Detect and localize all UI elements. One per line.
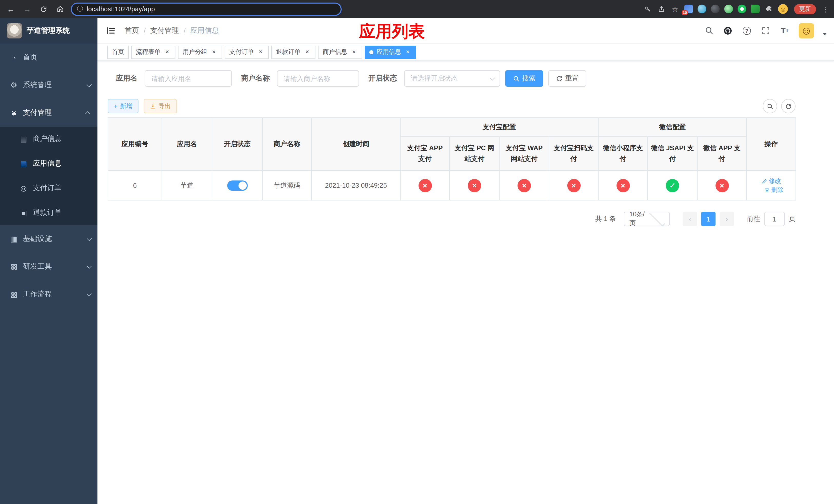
export-button[interactable]: 导出 bbox=[144, 99, 177, 113]
sidebar-item-workflow[interactable]: ▩ 工作流程 bbox=[0, 280, 97, 308]
browser-reload-icon[interactable] bbox=[38, 3, 49, 15]
app-logo-row[interactable]: 芋道管理系统 bbox=[0, 18, 97, 44]
tab-payment-orders[interactable]: 支付订单× bbox=[225, 45, 269, 59]
toggle-search-button[interactable] bbox=[763, 99, 777, 113]
next-page-button[interactable]: › bbox=[720, 212, 734, 226]
chevron-down-icon bbox=[87, 291, 92, 296]
refresh-button[interactable] bbox=[781, 99, 795, 113]
sidebar-item-dev-tools[interactable]: ▩ 研发工具 bbox=[0, 253, 97, 280]
tab-close-icon[interactable]: × bbox=[210, 48, 218, 55]
goto-unit: 页 bbox=[789, 214, 795, 224]
search-form: 应用名 商户名称 开启状态 请选择开启状态 bbox=[116, 70, 795, 87]
browser-profile-avatar[interactable]: ☺ bbox=[778, 4, 788, 14]
payment-submenu: ▤ 商户信息 ▦ 应用信息 ◎ 支付订单 ▣ 退款订单 bbox=[0, 127, 97, 225]
site-info-icon[interactable]: ⓘ bbox=[77, 5, 83, 13]
sidebar-item-app-info[interactable]: ▦ 应用信息 bbox=[0, 151, 97, 176]
tab-home[interactable]: 首页 bbox=[107, 45, 129, 59]
bookmark-star-icon[interactable]: ☆ bbox=[671, 4, 680, 14]
monitor-icon: ▥ bbox=[10, 234, 18, 244]
grid-icon: ▦ bbox=[20, 159, 28, 168]
col-app-id: 应用编号 bbox=[108, 118, 162, 170]
extension-icon[interactable] bbox=[711, 5, 720, 13]
browser-toolbar: ← → ⓘ localhost:1024/pay/app ☆ 10 bbox=[0, 0, 834, 18]
status-toggle[interactable] bbox=[227, 180, 247, 190]
yen-icon: ¥ bbox=[10, 109, 18, 117]
tab-close-icon[interactable]: × bbox=[404, 48, 411, 55]
search-icon[interactable] bbox=[704, 25, 714, 36]
breadcrumb-payment[interactable]: 支付管理 bbox=[150, 26, 179, 35]
chevron-down-icon bbox=[87, 82, 92, 87]
url-text: localhost:1024/pay/app bbox=[87, 5, 155, 13]
sidebar: 芋道管理系统 ◔ 首页 ⚙ 系统管理 ¥ 支付管理 bbox=[0, 18, 97, 504]
browser-back-icon[interactable]: ← bbox=[5, 3, 16, 15]
tab-user-group[interactable]: 用户分组× bbox=[178, 45, 222, 59]
alipay-app-status-icon: × bbox=[418, 179, 432, 192]
share-icon[interactable] bbox=[657, 4, 666, 14]
goto-page-input[interactable] bbox=[764, 212, 785, 226]
sidebar-item-home[interactable]: ◔ 首页 bbox=[0, 44, 97, 71]
browser-update-button[interactable]: 更新 bbox=[794, 4, 816, 14]
avatar-caret-icon[interactable] bbox=[823, 33, 827, 36]
tab-close-icon[interactable]: × bbox=[304, 48, 311, 55]
status-select[interactable]: 请选择开启状态 bbox=[404, 70, 500, 87]
extension-icon[interactable] bbox=[724, 5, 733, 13]
sidebar-item-infrastructure[interactable]: ▥ 基础设施 bbox=[0, 225, 97, 253]
col-created: 创建时间 bbox=[312, 118, 400, 170]
sidebar-item-refund-orders[interactable]: ▣ 退款订单 bbox=[0, 201, 97, 225]
app-name-input[interactable] bbox=[145, 70, 232, 87]
sidebar-item-system-management[interactable]: ⚙ 系统管理 bbox=[0, 71, 97, 99]
tab-refund-orders[interactable]: 退款订单× bbox=[271, 45, 315, 59]
trash-icon bbox=[764, 187, 770, 192]
sidebar-collapse-icon[interactable] bbox=[105, 25, 116, 36]
user-avatar[interactable]: ☺ bbox=[798, 23, 814, 38]
tab-close-icon[interactable]: × bbox=[257, 48, 264, 55]
pagination-total: 共 1 条 bbox=[595, 214, 616, 224]
reset-button[interactable]: 重置 bbox=[548, 70, 586, 87]
cell-created: 2021-10-23 08:49:25 bbox=[312, 170, 400, 200]
breadcrumb-home[interactable]: 首页 bbox=[125, 26, 139, 35]
browser-forward-icon[interactable]: → bbox=[22, 3, 33, 15]
alipay-pc-status-icon: × bbox=[468, 179, 481, 192]
app-logo bbox=[7, 23, 22, 39]
prev-page-button[interactable]: ‹ bbox=[683, 212, 697, 226]
wechat-mini-status-icon: × bbox=[616, 179, 630, 192]
status-label: 开启状态 bbox=[368, 74, 397, 83]
tab-process-form[interactable]: 流程表单× bbox=[131, 45, 175, 59]
merchant-name-input[interactable] bbox=[277, 70, 359, 87]
page-size-select[interactable]: 10条/页 bbox=[624, 212, 670, 226]
sidebar-item-payment-orders[interactable]: ◎ 支付订单 bbox=[0, 176, 97, 201]
pagination: 共 1 条 10条/页 ‹ 1 › 前往 页 bbox=[108, 212, 795, 226]
extension-icon[interactable] bbox=[698, 5, 706, 13]
tab-close-icon[interactable]: × bbox=[350, 48, 357, 55]
add-button[interactable]: + 新增 bbox=[108, 99, 138, 113]
cell-app-id: 6 bbox=[108, 170, 162, 200]
delete-button[interactable]: 删除 bbox=[764, 185, 784, 194]
col-alipay-wap: 支付宝 WAP 网站支付 bbox=[499, 137, 549, 170]
extension-icon[interactable] bbox=[751, 5, 760, 13]
toolbox-icon: ▩ bbox=[10, 262, 18, 271]
url-bar[interactable]: ⓘ localhost:1024/pay/app bbox=[71, 2, 342, 16]
github-icon[interactable] bbox=[723, 25, 733, 36]
font-size-icon[interactable]: TT bbox=[780, 25, 790, 36]
extensions-puzzle-icon[interactable] bbox=[764, 4, 773, 14]
tab-merchant-info[interactable]: 商户信息× bbox=[318, 45, 362, 59]
col-alipay-app: 支付宝 APP 支付 bbox=[400, 137, 449, 170]
edit-button[interactable]: 修改 bbox=[762, 177, 781, 185]
page-content: 应用名 商户名称 开启状态 请选择开启状态 bbox=[97, 61, 834, 504]
tab-app-info[interactable]: 应用信息× bbox=[365, 45, 416, 59]
search-button[interactable]: 搜索 bbox=[505, 70, 543, 87]
extension-icon[interactable] bbox=[738, 5, 746, 13]
chevron-down-icon bbox=[87, 235, 92, 241]
tab-close-icon[interactable]: × bbox=[163, 48, 171, 55]
extension-badge: 10 bbox=[682, 10, 688, 15]
extension-icon[interactable]: 10 bbox=[684, 5, 693, 13]
sidebar-item-merchant-info[interactable]: ▤ 商户信息 bbox=[0, 127, 97, 151]
browser-menu-icon[interactable]: ⋮ bbox=[822, 5, 829, 13]
password-key-icon[interactable] bbox=[643, 4, 652, 14]
sidebar-item-payment-management[interactable]: ¥ 支付管理 bbox=[0, 99, 97, 127]
fullscreen-icon[interactable] bbox=[761, 25, 771, 36]
page-1-button[interactable]: 1 bbox=[701, 212, 716, 226]
chevron-up-icon bbox=[85, 111, 90, 116]
help-icon[interactable]: ? bbox=[742, 25, 752, 36]
browser-home-icon[interactable] bbox=[54, 3, 66, 15]
